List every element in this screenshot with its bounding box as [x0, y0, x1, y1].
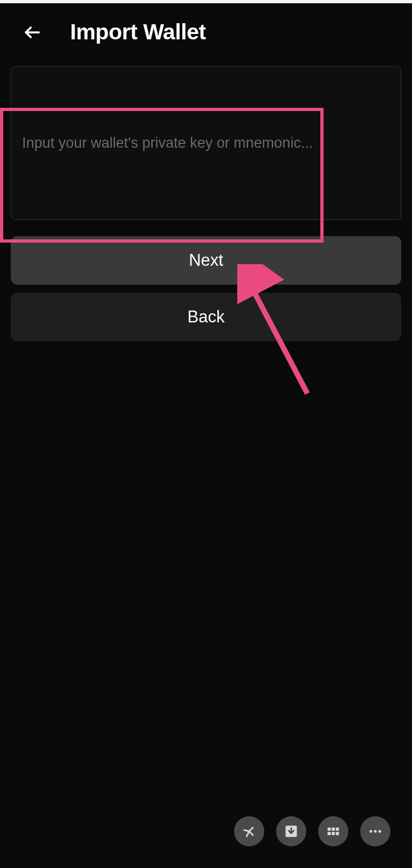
- svg-rect-10: [332, 828, 335, 831]
- back-button-secondary[interactable]: Back: [11, 293, 401, 341]
- nav-scatter-button[interactable]: [234, 816, 264, 846]
- private-key-input[interactable]: Input your wallet's private key or mnemo…: [11, 66, 401, 220]
- input-placeholder: Input your wallet's private key or mnemo…: [22, 135, 313, 151]
- nav-more-button[interactable]: [360, 816, 390, 846]
- svg-line-7: [249, 831, 253, 835]
- download-icon: [284, 824, 299, 839]
- more-icon: [368, 824, 383, 839]
- next-button[interactable]: Next: [11, 236, 401, 285]
- grid-icon: [326, 824, 341, 839]
- bottom-nav: [234, 816, 390, 846]
- content-area: Input your wallet's private key or mnemo…: [0, 56, 412, 341]
- back-button[interactable]: [22, 22, 43, 43]
- svg-line-4: [249, 828, 253, 831]
- back-arrow-icon: [23, 23, 42, 42]
- scatter-icon: [242, 824, 257, 839]
- svg-rect-14: [336, 832, 339, 835]
- header: Import Wallet: [0, 3, 412, 56]
- nav-grid-button[interactable]: [318, 816, 348, 846]
- svg-point-15: [369, 830, 372, 832]
- svg-line-6: [246, 831, 249, 836]
- back-button-label: Back: [188, 307, 225, 327]
- svg-rect-13: [332, 832, 335, 835]
- page-title: Import Wallet: [70, 19, 206, 45]
- next-button-label: Next: [189, 251, 223, 270]
- svg-rect-11: [336, 828, 339, 831]
- svg-rect-9: [328, 828, 331, 831]
- svg-point-16: [374, 830, 376, 832]
- svg-point-17: [379, 830, 381, 832]
- svg-rect-12: [328, 832, 331, 835]
- nav-download-button[interactable]: [276, 816, 306, 846]
